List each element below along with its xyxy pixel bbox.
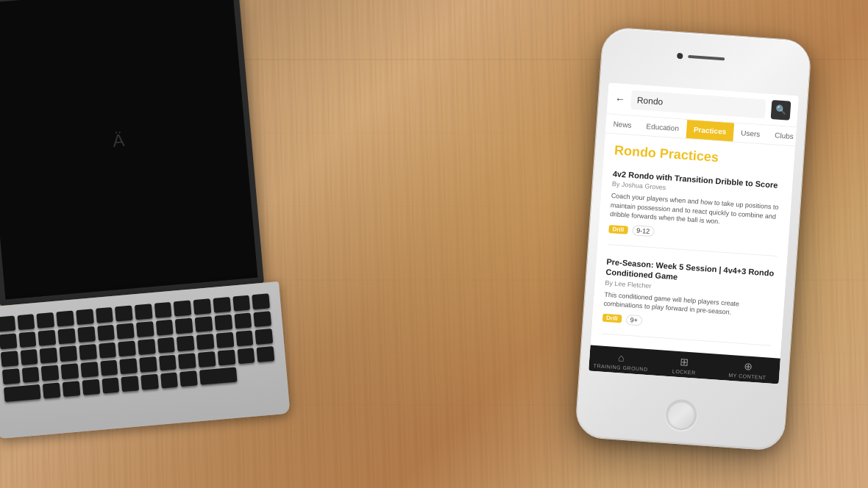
page-title: Rondo Practices [613,143,784,170]
tab-clubs[interactable]: Clubs [766,126,799,146]
tab-practices[interactable]: Practices [686,120,734,141]
app-content: Rondo Practices 4v2 Rondo with Transitio… [591,133,796,358]
phone: ← Rondo 🔍 News Education Practices Users… [574,26,812,452]
phone-body: ← Rondo 🔍 News Education Practices Users… [574,26,812,452]
laptop-screen: Ä [0,0,264,306]
tab-news[interactable]: News [605,114,640,134]
locker-label: Locker [672,368,696,375]
locker-icon: ⊞ [680,356,689,368]
search-value: Rondo [636,95,663,107]
drill-tag: Drill [608,225,627,234]
training-ground-icon: ⌂ [618,351,625,364]
my-content-icon: ⊕ [743,360,753,373]
tab-users[interactable]: Users [733,123,768,143]
age-tag: 9+ [625,315,642,326]
training-ground-label: Training Ground [594,363,648,372]
practice-item[interactable]: Pre-Season: Week 5 Session | 4v4+3 Rondo… [602,256,777,346]
phone-home-button[interactable] [664,398,697,431]
phone-camera [677,53,683,60]
back-button[interactable]: ← [614,93,625,105]
nav-locker[interactable]: ⊞ Locker [652,354,717,377]
search-bar[interactable]: Rondo [630,90,766,119]
page-title-main: Rondo [613,143,656,160]
page-title-accent: Practices [659,146,719,165]
my-content-label: My Content [728,373,766,381]
nav-training-ground[interactable]: ⌂ Training Ground [588,350,653,373]
phone-speaker [688,55,725,60]
laptop-keyboard [0,281,291,439]
age-tag: 9-12 [632,225,655,237]
tab-education[interactable]: Education [638,116,687,137]
nav-my-content[interactable]: ⊕ My Content [716,359,780,381]
phone-screen: ← Rondo 🔍 News Education Practices Users… [588,82,799,384]
drill-tag: Drill [602,314,622,323]
practice-item[interactable]: 4v2 Rondo with Transition Dribble to Sco… [608,168,783,256]
search-button[interactable]: 🔍 [771,100,791,121]
laptop: Ä [0,0,306,453]
app-interface: ← Rondo 🔍 News Education Practices Users… [588,82,799,384]
search-icon: 🔍 [775,104,787,115]
